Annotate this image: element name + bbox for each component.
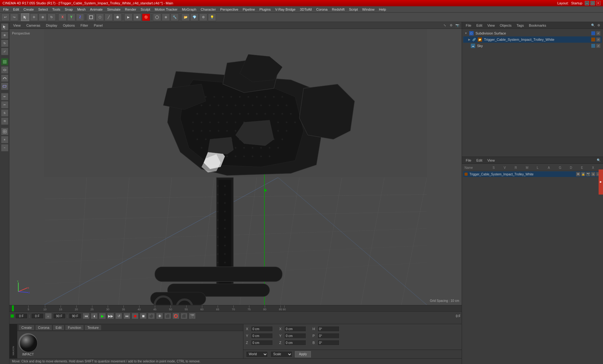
auto-key-button[interactable]: ⚫ (148, 313, 155, 319)
scale-tool-button[interactable]: ⊕ (39, 13, 47, 21)
tool-magnet[interactable]: S (1, 109, 8, 117)
expand-icon-subdivsurface[interactable]: ▼ (464, 32, 467, 35)
tool-paint[interactable]: ✏ (1, 93, 8, 100)
menu-render[interactable]: Render (123, 7, 138, 12)
minimize-button[interactable]: ─ (585, 1, 589, 5)
attr-mgr-file[interactable]: File (464, 158, 473, 163)
menu-character[interactable]: Character (199, 7, 218, 12)
menu-script[interactable]: Script (347, 7, 360, 12)
title-bar-controls[interactable]: ─ □ ✕ (585, 1, 600, 5)
obj-mgr-edit[interactable]: Edit (475, 23, 484, 28)
tab-create[interactable]: Create (19, 325, 35, 330)
tool-nurbs[interactable] (1, 66, 8, 74)
attr-render-btn[interactable]: 📷 (586, 172, 590, 176)
viewport-settings-icon[interactable]: ⚙ (448, 23, 454, 28)
attr-eye-btn[interactable]: 👁 (576, 172, 580, 176)
object-trigger-cable[interactable]: ▶ 🔗 📁 Trigger_Cable_System_Impact_Trolle… (463, 36, 602, 43)
menu-sculpt[interactable]: Sculpt (139, 7, 152, 12)
menu-vray[interactable]: V-Ray Bridge (273, 7, 297, 12)
redo-button[interactable]: ↪ (10, 13, 18, 21)
world-dropdown[interactable]: World Object (246, 351, 268, 357)
menu-perspective[interactable]: Perspective (218, 7, 240, 12)
obj-tag-2[interactable] (591, 37, 595, 42)
y-position-field[interactable] (251, 333, 273, 339)
end-frame-field[interactable] (53, 313, 66, 319)
viewport-tab-cameras[interactable]: Cameras (24, 23, 42, 28)
render-button[interactable]: 🔴 (142, 13, 150, 21)
tab-function[interactable]: Function (65, 325, 84, 330)
move-tool-button[interactable]: ✛ (30, 13, 38, 21)
menu-animate[interactable]: Animate (88, 7, 105, 12)
menu-redshift[interactable]: Redshift (330, 7, 346, 12)
viewport-tab-options[interactable]: Options (61, 23, 77, 28)
power-slider-button[interactable]: ⬛ (181, 313, 187, 319)
h-scale-field[interactable] (318, 326, 340, 332)
object-manager-button[interactable]: 📂 (182, 13, 190, 21)
viewport-tab-display[interactable]: Display (44, 23, 59, 28)
tool-sketch[interactable]: ~ (1, 144, 8, 152)
record-button[interactable]: ⏺ (132, 313, 139, 319)
tool-knife[interactable]: ✂ (1, 101, 8, 109)
menu-plugins[interactable]: Plugins (258, 7, 273, 12)
prev-frame-button[interactable]: ⏴ (91, 313, 98, 319)
material-slot[interactable]: IMPACT (19, 333, 37, 356)
p-scale-field[interactable] (318, 333, 340, 339)
tab-edit[interactable]: Edit (53, 325, 64, 330)
point-mode-button[interactable]: ⬡ (96, 13, 104, 21)
tool-move[interactable]: ⊕ (1, 31, 8, 39)
render-preview-button[interactable]: ▶ (124, 13, 133, 21)
obj-mgr-view[interactable]: View (486, 23, 497, 28)
attr-search-icon[interactable]: 🔍 (596, 158, 601, 163)
menu-select[interactable]: Select (36, 7, 50, 12)
viewport-tab-view[interactable]: View (11, 23, 23, 28)
tool-brush[interactable]: ⟲ (1, 117, 8, 125)
select-tool-button[interactable] (21, 13, 29, 21)
attr-solo-btn[interactable]: S (591, 172, 595, 176)
obj-tag-1[interactable] (591, 31, 595, 35)
object-sky[interactable]: ☁ Sky ✓ (463, 43, 602, 49)
model-mode-button[interactable] (87, 13, 95, 21)
attr-row-trigger-cable[interactable]: Trigger_Cable_System_Impact_Trolley_Whit… (463, 171, 602, 177)
menu-3dtoall[interactable]: 3DToAll (298, 7, 314, 12)
z-position-field[interactable] (251, 340, 273, 345)
obj-mgr-tags[interactable]: Tags (515, 23, 526, 28)
add-keyframe2-button[interactable]: ✚ (156, 313, 163, 319)
tool-grid[interactable] (1, 128, 8, 135)
z-axis-button[interactable]: Z (76, 13, 84, 21)
menu-corona[interactable]: Corona (314, 7, 329, 12)
menu-file[interactable]: File (1, 7, 11, 12)
obj-vis-1[interactable]: ✓ (596, 31, 600, 35)
render-settings-button[interactable]: ⚙ (199, 13, 207, 21)
fps-field[interactable] (69, 313, 81, 319)
menu-mograph[interactable]: MoGraph (180, 7, 198, 12)
sky-vis[interactable]: ✓ (596, 44, 600, 48)
menu-edit[interactable]: Edit (11, 7, 21, 12)
snap-button[interactable]: 🔧 (171, 13, 179, 21)
viewport-content[interactable]: Perspective (9, 29, 462, 305)
undo-button[interactable]: ↩ (1, 13, 9, 21)
material-manager-button[interactable]: 💎 (190, 13, 198, 21)
motion-path-button[interactable]: ⭕ (172, 313, 179, 319)
tool-scale[interactable]: ⤢ (1, 48, 8, 55)
menu-simulate[interactable]: Simulate (105, 7, 122, 12)
tab-texture[interactable]: Texture (84, 325, 101, 330)
enable-axis-button[interactable]: ⊕ (162, 13, 170, 21)
play-button[interactable]: ▶ (99, 313, 106, 319)
menu-window[interactable]: Window (360, 7, 376, 12)
material-preview[interactable] (19, 333, 37, 352)
obj-vis-2[interactable]: ✓ (596, 37, 600, 42)
edge-mode-button[interactable]: ╱ (105, 13, 113, 21)
obj-mgr-objects[interactable]: Objects (498, 23, 513, 28)
obj-search-icon[interactable]: 🔍 (590, 23, 595, 28)
menu-motiontracker[interactable]: Motion Tracker (153, 7, 179, 12)
viewport-tab-filter[interactable]: Filter (79, 23, 90, 28)
viewport-tab-panel[interactable]: Panel (92, 23, 105, 28)
obj-mgr-bookmarks[interactable]: Bookmarks (527, 23, 548, 28)
current-frame-field[interactable] (15, 313, 28, 319)
scale-dropdown[interactable]: Scale Size (270, 351, 292, 357)
play-forward-button[interactable]: ▶▶ (107, 313, 114, 319)
tool-spline[interactable] (1, 74, 8, 82)
goto-end-button[interactable]: ⏭ (123, 313, 130, 319)
tab-corona[interactable]: Corona (35, 325, 52, 330)
attr-lock-btn[interactable]: 🔒 (581, 172, 585, 176)
